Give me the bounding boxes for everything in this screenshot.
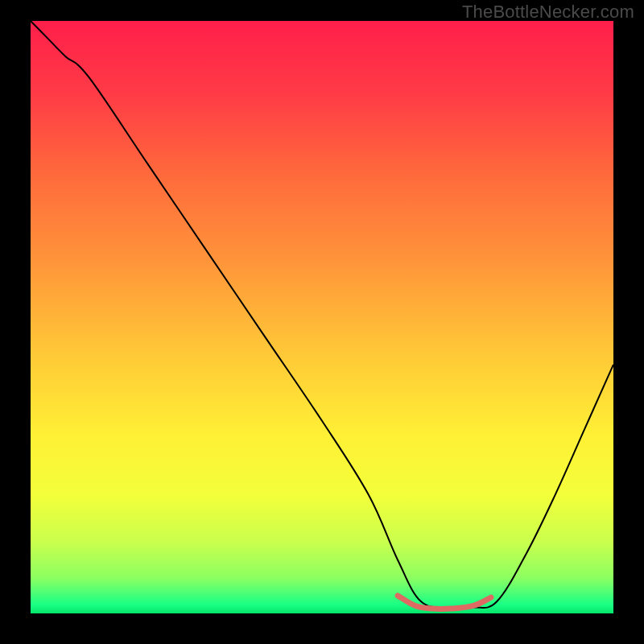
chart-plot-area: [31, 21, 613, 613]
watermark-text: TheBottleNecker.com: [462, 2, 634, 23]
chart-frame: TheBottleNecker.com: [0, 0, 644, 644]
chart-svg: [31, 21, 613, 613]
chart-background-gradient: [31, 21, 613, 613]
